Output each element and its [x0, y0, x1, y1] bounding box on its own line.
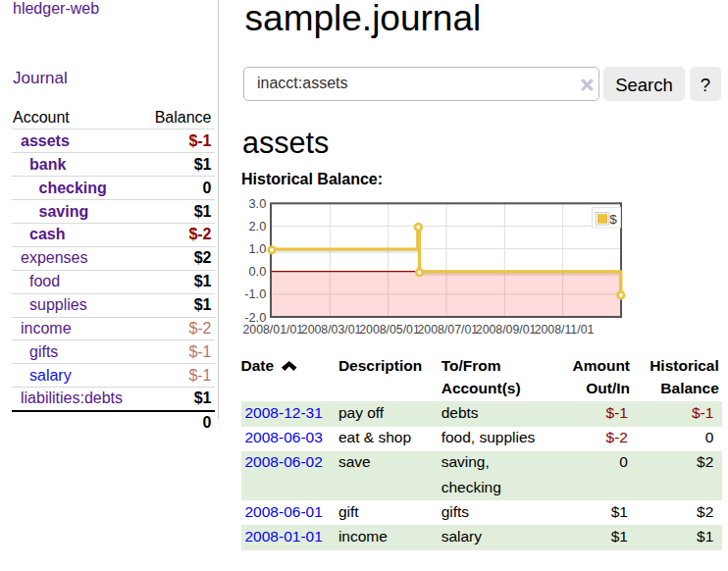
- svg-text:3.0: 3.0: [249, 196, 267, 211]
- svg-text:0.0: 0.0: [249, 264, 267, 279]
- svg-text:2008/01/01: 2008/01/01: [243, 323, 304, 337]
- svg-text:2008/05/01: 2008/05/01: [359, 323, 420, 337]
- svg-text:2.0: 2.0: [249, 219, 267, 234]
- svg-text:1.0: 1.0: [249, 241, 267, 256]
- svg-text:2008/03/01: 2008/03/01: [301, 323, 362, 337]
- svg-text:-1.0: -1.0: [244, 286, 266, 301]
- svg-text:2008/09/01: 2008/09/01: [476, 323, 537, 337]
- svg-text:2008/07/01: 2008/07/01: [418, 323, 479, 337]
- svg-text:2008/11/01: 2008/11/01: [535, 323, 595, 337]
- svg-text:$: $: [609, 212, 617, 227]
